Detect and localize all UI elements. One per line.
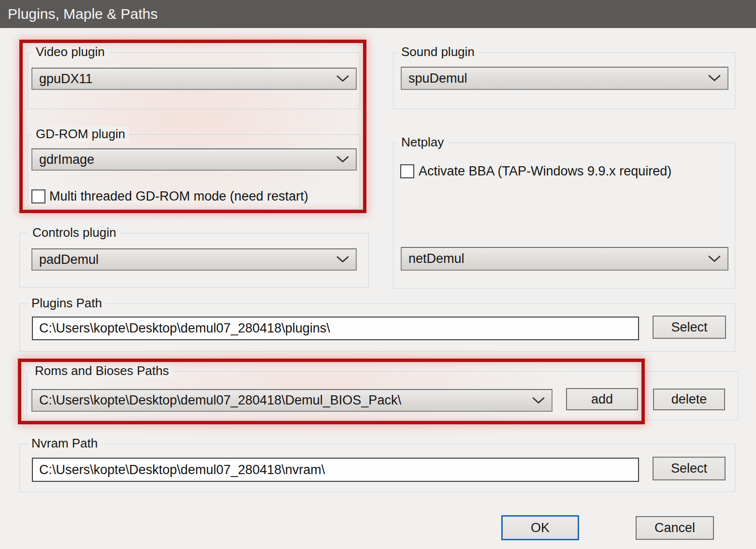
nvram-path-input[interactable]: [32, 458, 639, 482]
roms-bioses-paths-group-label: Roms and Bioses Paths: [31, 363, 173, 378]
chevron-down-icon: [708, 75, 721, 82]
cancel-button[interactable]: Cancel: [636, 516, 714, 540]
ok-button[interactable]: OK: [501, 515, 579, 540]
chevron-down-icon: [336, 75, 349, 83]
roms-path-delete-button[interactable]: delete: [653, 389, 725, 410]
plugins-path-group-label: Plugins Path: [28, 296, 106, 311]
sound-plugin-select[interactable]: spuDemul: [401, 67, 728, 90]
chevron-down-icon: [708, 255, 721, 262]
plugins-path-input[interactable]: [32, 317, 639, 340]
title-bar[interactable]: Plugins, Maple & Paths: [0, 0, 756, 28]
sound-plugin-group-label: Sound plugin: [397, 44, 479, 59]
nvram-path-select-button[interactable]: Select: [653, 457, 726, 480]
controls-plugin-value: padDemul: [39, 252, 99, 267]
multi-threaded-gdrom-label[interactable]: Multi threaded GD-ROM mode (need restart…: [49, 188, 308, 205]
netplay-group-label: Netplay: [397, 135, 448, 150]
activate-bba-checkbox[interactable]: [400, 164, 414, 178]
chevron-down-icon: [336, 156, 349, 163]
roms-bioses-path-select[interactable]: C:\Users\kopte\Desktop\demul07_280418\De…: [31, 389, 552, 412]
sound-plugin-value: spuDemul: [408, 71, 467, 86]
video-plugin-select[interactable]: gpuDX11: [31, 68, 357, 90]
gdrom-plugin-value: gdrImage: [39, 152, 94, 167]
netplay-plugin-select[interactable]: netDemul: [401, 247, 728, 271]
chevron-down-icon: [532, 397, 545, 404]
video-plugin-group-label: Video plugin: [32, 44, 109, 59]
roms-bioses-path-value: C:\Users\kopte\Desktop\demul07_280418\De…: [39, 393, 401, 408]
roms-path-add-button[interactable]: add: [566, 388, 638, 410]
multi-threaded-gdrom-checkbox[interactable]: [31, 189, 45, 203]
gdrom-plugin-select[interactable]: gdrImage: [31, 148, 357, 171]
controls-plugin-select[interactable]: padDemul: [31, 248, 357, 271]
plugins-path-select-button[interactable]: Select: [653, 316, 726, 339]
nvram-path-group-label: Nvram Path: [28, 436, 102, 451]
chevron-down-icon: [336, 256, 349, 263]
gdrom-plugin-group-label: GD-ROM plugin: [32, 127, 129, 142]
window-title: Plugins, Maple & Paths: [8, 6, 158, 22]
activate-bba-label[interactable]: Activate BBA (TAP-Windows 9.9.x required…: [419, 162, 671, 180]
controls-plugin-group-label: Controls plugin: [29, 225, 120, 240]
netplay-plugin-value: netDemul: [408, 251, 465, 266]
video-plugin-value: gpuDX11: [39, 72, 93, 87]
